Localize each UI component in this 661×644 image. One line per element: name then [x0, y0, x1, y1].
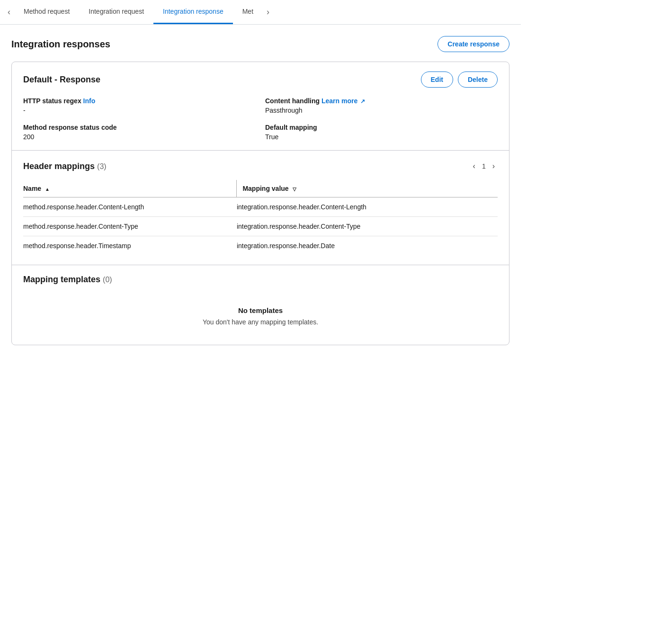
table-row: method.response.header.Timestamp integra… [23, 236, 498, 256]
default-response-section: Default - Response Edit Delete HTTP stat… [12, 62, 509, 151]
tab-method-request[interactable]: Method request [14, 0, 79, 24]
response-header: Default - Response Edit Delete [23, 72, 498, 88]
pagination-prev-button[interactable]: ‹ [470, 160, 478, 172]
content-handling-value: Passthrough [265, 107, 498, 114]
table-row: method.response.header.Content-Type inte… [23, 217, 498, 236]
method-response-status-value: 200 [23, 133, 256, 141]
integration-responses-card: Default - Response Edit Delete HTTP stat… [11, 62, 509, 345]
row-mapping-3: integration.response.header.Date [237, 236, 498, 256]
column-name-header[interactable]: Name ▲ [23, 180, 237, 197]
external-link-icon: ↗ [360, 98, 365, 105]
tab-bar: ‹ Method request Integration request Int… [0, 0, 521, 25]
header-mappings-header: Header mappings (3) ‹ 1 › [23, 160, 498, 172]
mapping-templates-header: Mapping templates (0) [23, 275, 498, 285]
header-mappings-title: Header mappings (3) [23, 161, 107, 171]
http-status-regex-label: HTTP status regex Info [23, 97, 256, 105]
tab-prev-button[interactable]: ‹ [4, 0, 14, 24]
tab-method-response[interactable]: Met [233, 0, 263, 24]
table-header-row: Name ▲ Mapping value ▽ [23, 180, 498, 197]
no-templates-description: You don't have any mapping templates. [23, 318, 498, 326]
row-name-3: method.response.header.Timestamp [23, 236, 237, 256]
row-mapping-1: integration.response.header.Content-Leng… [237, 197, 498, 217]
header-mappings-count: (3) [97, 162, 107, 170]
sort-desc-icon: ▽ [293, 187, 296, 192]
default-mapping-label: Default mapping [265, 124, 498, 131]
main-content: Integration responses Create response De… [0, 25, 521, 357]
page-title: Integration responses [11, 39, 110, 50]
response-details-grid: HTTP status regex Info - Content handlin… [23, 97, 498, 141]
edit-button[interactable]: Edit [421, 72, 453, 88]
tab-integration-request[interactable]: Integration request [79, 0, 153, 24]
row-mapping-2: integration.response.header.Content-Type [237, 217, 498, 236]
http-status-regex-value: - [23, 107, 256, 114]
table-row: method.response.header.Content-Length in… [23, 197, 498, 217]
row-name-2: method.response.header.Content-Type [23, 217, 237, 236]
pagination-number: 1 [482, 162, 486, 170]
mapping-templates-title: Mapping templates (0) [23, 275, 112, 285]
mapping-templates-section: Mapping templates (0) No templates You d… [12, 265, 509, 345]
http-status-info-link[interactable]: Info [83, 97, 96, 105]
content-handling-learn-more-link[interactable]: Learn more ↗ [322, 97, 365, 105]
no-templates-container: No templates You don't have any mapping … [23, 292, 498, 335]
header-mappings-table: Name ▲ Mapping value ▽ method.response.h… [23, 180, 498, 255]
default-mapping-field: Default mapping True [265, 124, 498, 141]
header-mappings-section: Header mappings (3) ‹ 1 › Name ▲ [12, 151, 509, 265]
mapping-templates-count: (0) [103, 276, 112, 284]
content-handling-field: Content handling Learn more ↗ Passthroug… [265, 97, 498, 114]
sort-asc-icon: ▲ [45, 187, 50, 192]
pagination: ‹ 1 › [470, 160, 498, 172]
create-response-button[interactable]: Create response [438, 36, 509, 52]
pagination-next-button[interactable]: › [490, 160, 498, 172]
http-status-regex-field: HTTP status regex Info - [23, 97, 256, 114]
page-header: Integration responses Create response [11, 36, 509, 52]
tab-integration-response[interactable]: Integration response [153, 0, 233, 24]
column-mapping-value-header[interactable]: Mapping value ▽ [237, 180, 498, 197]
method-response-status-field: Method response status code 200 [23, 124, 256, 141]
default-mapping-value: True [265, 133, 498, 141]
delete-button[interactable]: Delete [458, 72, 498, 88]
tab-next-button[interactable]: › [263, 0, 273, 24]
no-templates-title: No templates [23, 306, 498, 314]
response-actions: Edit Delete [421, 72, 498, 88]
row-name-1: method.response.header.Content-Length [23, 197, 237, 217]
content-handling-label: Content handling Learn more ↗ [265, 97, 498, 105]
method-response-status-label: Method response status code [23, 124, 256, 131]
response-title: Default - Response [23, 75, 100, 85]
